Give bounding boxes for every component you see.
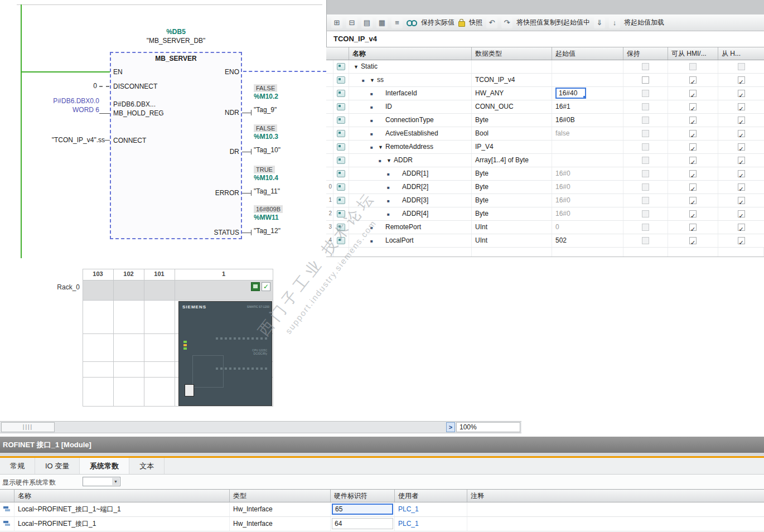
sort-icon[interactable]: ≡ [391,17,403,28]
monitor-all-icon[interactable] [407,20,417,26]
checkbox[interactable] [642,237,649,244]
checkbox[interactable] [738,103,745,110]
reset-start-values-icon[interactable]: ▦ [376,17,388,28]
checkbox[interactable] [642,143,649,151]
cpu-module-image[interactable]: SIEMENS SIMATIC S7-1200 CPU 1215C DC/DC/… [178,301,272,406]
load-start-values-label[interactable]: 将起始值加载 [624,18,664,27]
checkbox[interactable] [642,63,649,70]
db-table-row[interactable]: 3■RemotePortUInt0 [326,221,764,234]
constant-user[interactable]: PLC_1 [395,502,467,516]
checkbox[interactable] [642,183,649,191]
checkbox[interactable] [689,90,697,97]
checkbox[interactable] [689,143,697,151]
checkbox[interactable] [738,76,745,84]
tab-常规[interactable]: 常规 [0,458,35,474]
checkbox[interactable] [642,76,649,84]
checkbox[interactable] [738,224,745,231]
constant-name[interactable]: Local~PROFINET_接口_1~端口_1 [14,502,230,516]
constant-user[interactable]: PLC_1 [395,517,467,531]
checkbox[interactable] [689,130,697,137]
tab-IO 变量[interactable]: IO 变量 [35,458,80,474]
checkbox[interactable] [642,170,649,177]
checkbox[interactable] [689,157,697,164]
checkbox[interactable] [642,210,649,217]
checkbox[interactable] [689,224,697,231]
checkbox[interactable] [689,170,697,177]
db-table-row[interactable]: ■InterfaceIdHW_ANY16#40 [326,87,764,100]
tab-文本[interactable]: 文本 [129,458,165,474]
checkbox[interactable] [738,63,745,70]
checkbox[interactable] [689,63,697,70]
db-table-row[interactable]: 2■ADDR[4]Byte16#0 [326,207,764,221]
checkbox[interactable] [738,183,745,191]
operand-connect[interactable]: "TCON_IP_v4".ss [32,136,105,144]
snapshot-label[interactable]: 快照 [469,18,482,27]
db-table-row[interactable]: ■ConnectionTypeByte16#0B [326,114,764,127]
checkbox[interactable] [689,210,697,217]
checkbox[interactable] [642,90,649,97]
keep-actual-values-label[interactable]: 保持实际值 [421,18,454,27]
checkbox[interactable] [689,183,697,191]
db-instance-name[interactable]: "MB_SERVER_DB" [110,37,242,45]
mb-server-block[interactable] [110,52,242,239]
lock-icon[interactable] [458,21,465,27]
output-tag[interactable]: "Tag_10" [254,146,281,154]
db-table-row[interactable]: ■ActiveEstablishedBoolfalse [326,127,764,141]
checkbox[interactable] [738,90,745,97]
filter-dropdown[interactable] [83,477,120,486]
db-table-row[interactable]: 4■LocalPortUInt502 [326,234,764,248]
hwid-field[interactable]: 65 [332,504,393,515]
db-table-row[interactable]: ■▼ssTCON_IP_v4 [326,74,764,87]
constant-name[interactable]: Local~PROFINET_接口_1 [14,517,230,531]
operand-pointer[interactable]: P#DB6.DBX0.0 [47,97,99,105]
copy-snapshot-alt-icon[interactable]: ↷ [501,17,512,28]
checkbox[interactable] [738,117,745,124]
checkbox[interactable] [689,76,697,84]
db-table-row[interactable]: 1■ADDR[3]Byte16#0 [326,194,764,207]
checkbox[interactable] [689,117,697,124]
tab-系统常数[interactable]: 系统常数 [80,458,129,474]
checkbox[interactable] [738,197,745,204]
zoom-next-button[interactable]: > [446,422,455,432]
load-start-values-icon[interactable]: ⇓ [594,17,605,28]
collapse-members-icon[interactable]: ⊟ [346,17,357,28]
keep-actual-values-icon[interactable]: ▤ [361,17,373,28]
checkbox[interactable] [738,237,745,244]
hwid-field[interactable]: 64 [332,518,393,529]
checkbox[interactable] [689,103,697,110]
checkbox[interactable] [689,197,697,204]
zoom-value-field[interactable]: 100% [456,422,520,432]
db-table-row[interactable]: ■▼ADDRArray[1..4] of Byte [326,154,764,167]
copy-snapshot-icon[interactable]: ↶ [486,17,497,28]
checkbox[interactable] [738,210,745,217]
db-table-row[interactable]: ■ADDR[1]Byte16#0 [326,167,764,181]
checkbox[interactable] [642,130,649,137]
checkbox[interactable] [642,197,649,204]
db-table-row[interactable]: ■IDCONN_OUC16#1 [326,100,764,114]
output-tag[interactable]: "Tag_9" [254,106,277,114]
checkbox[interactable] [642,103,649,110]
checkbox[interactable] [642,117,649,124]
db-table-row[interactable]: 0■ADDR[2]Byte16#0 [326,181,764,194]
checkbox[interactable] [689,237,697,244]
db-instance[interactable]: %DB5 [110,28,242,36]
checkbox[interactable] [738,130,745,137]
expand-members-icon[interactable]: ⊞ [331,17,342,28]
output-tag[interactable]: "Tag_11" [254,187,280,195]
checkbox[interactable] [738,143,745,151]
copy-snapshot-to-start-label[interactable]: 将快照值复制到起始值中 [516,18,590,27]
checkbox[interactable] [738,157,745,164]
operand-disconnect[interactable]: 0 [84,82,97,90]
checkbox[interactable] [642,157,649,164]
db-table-row[interactable]: ■▼RemoteAddressIP_V4 [326,141,764,154]
db-table-empty-row[interactable] [326,248,764,257]
db-table-row[interactable]: ▼Static [326,60,764,74]
load-start-values-alt-icon[interactable]: ↓ [609,17,620,28]
operand-pointer-word[interactable]: WORD 6 [47,106,99,114]
scrollbar-handle[interactable]: |||| [1,422,55,432]
checkbox[interactable] [642,224,649,231]
output-tag[interactable]: "Tag_12" [254,227,281,235]
selected-start-value[interactable]: 16#40 [555,88,586,99]
system-constant-row[interactable]: Local~PROFINET_接口_1~端口_1 Hw_Interface 65… [0,502,764,517]
checkbox[interactable] [738,170,745,177]
